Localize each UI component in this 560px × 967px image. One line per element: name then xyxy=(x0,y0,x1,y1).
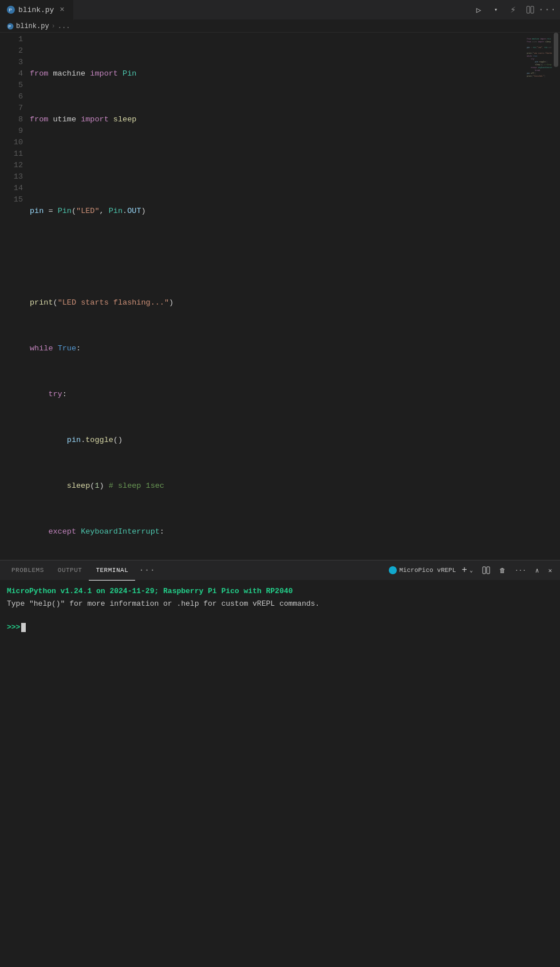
maximize-icon: ∧ xyxy=(535,567,539,574)
terminal-cursor xyxy=(21,623,26,632)
split-terminal-button[interactable] xyxy=(479,565,494,575)
terminal-help-text: Type "help()" for more information or .h… xyxy=(7,598,553,610)
terminal-spacer xyxy=(7,610,553,617)
line-num-3: 3 xyxy=(9,57,23,68)
code-line-1: from machine import Pin xyxy=(30,68,526,80)
line-numbers: 1 2 3 4 5 6 7 8 9 10 11 12 13 14 15 xyxy=(0,33,27,571)
maximize-panel-button[interactable]: ∧ xyxy=(532,566,543,575)
dropdown-arrow: ⌄ xyxy=(470,567,473,574)
svg-rect-7 xyxy=(487,567,490,574)
var-pin-2: pin xyxy=(67,435,81,446)
svg-rect-6 xyxy=(483,567,486,574)
split-editor-button[interactable] xyxy=(522,2,538,18)
more-actions-button[interactable]: ··· xyxy=(539,2,555,18)
tab-problems[interactable]: PROBLEMS xyxy=(5,561,51,581)
code-line-6: print("LED starts flashing...") xyxy=(30,297,526,309)
code-line-9: pin.toggle() xyxy=(30,435,526,446)
add-icon: + xyxy=(462,565,467,575)
breadcrumb: P blink.py › ... xyxy=(0,20,560,33)
panel-actions: MicroPico vREPL + ⌄ 🗑 ··· xyxy=(389,564,555,577)
code-line-5 xyxy=(30,251,526,263)
fn-sleep: sleep xyxy=(113,114,137,125)
num-1: 1 xyxy=(94,480,99,492)
fn-sleep-2: sleep xyxy=(67,480,90,492)
line-num-15: 15 xyxy=(9,194,23,206)
str-led: "LED" xyxy=(76,206,100,217)
editor-area: 1 2 3 4 5 6 7 8 9 10 11 12 13 14 15 from… xyxy=(0,33,560,571)
svg-rect-3 xyxy=(531,6,534,13)
class-keyboardinterrupt: KeyboardInterrupt xyxy=(81,526,160,538)
module-utime: utime xyxy=(53,114,77,125)
keyword-import-2: import xyxy=(81,114,109,125)
line-num-8: 8 xyxy=(9,114,23,125)
line-num-4: 4 xyxy=(9,68,23,80)
python-file-icon: P xyxy=(7,6,15,14)
line-num-11: 11 xyxy=(9,148,23,160)
line-num-14: 14 xyxy=(9,183,23,194)
code-line-4: pin = Pin("LED", Pin.OUT) xyxy=(30,206,526,217)
code-editor[interactable]: from machine import Pin from utime impor… xyxy=(27,33,526,571)
tab-bar-actions: ▷ ▾ ⚡ ··· xyxy=(471,2,560,18)
fn-print-1: print xyxy=(30,297,53,309)
terminal-prompt-line: >>> xyxy=(7,622,553,633)
line-num-2: 2 xyxy=(9,45,23,57)
class-pin-2: Pin xyxy=(58,206,72,217)
var-pin: pin xyxy=(30,206,44,217)
tab-close-button[interactable]: × xyxy=(57,5,66,14)
problems-label: PROBLEMS xyxy=(11,567,44,574)
tab-bar: P blink.py × ▷ ▾ ⚡ ··· xyxy=(0,0,560,20)
run-button[interactable]: ▷ xyxy=(471,2,487,18)
panel-tab-bar: PROBLEMS OUTPUT TERMINAL ··· MicroPico v… xyxy=(0,561,560,581)
prompt-text: >>> xyxy=(7,622,20,633)
class-pin-3: Pin xyxy=(109,206,123,217)
class-pin: Pin xyxy=(123,68,136,80)
split-terminal-icon xyxy=(482,566,490,574)
keyword-while: while xyxy=(30,343,53,354)
fn-toggle: toggle xyxy=(85,435,113,446)
tab-output[interactable]: OUTPUT xyxy=(51,561,89,581)
keyword-true: True xyxy=(58,343,76,354)
bottom-panel: PROBLEMS OUTPUT TERMINAL ··· MicroPico v… xyxy=(0,560,560,967)
terminal-content[interactable]: MicroPython v1.24.1 on 2024-11-29; Raspb… xyxy=(0,581,560,967)
close-panel-button[interactable]: ✕ xyxy=(545,566,555,575)
code-line-10: sleep(1) # sleep 1sec xyxy=(30,480,526,492)
terminal-more-button[interactable]: ··· xyxy=(511,566,530,575)
svg-text:P: P xyxy=(9,7,12,13)
line-num-7: 7 xyxy=(9,102,23,114)
keyword-from-2: from xyxy=(30,114,48,125)
terminal-label: TERMINAL xyxy=(96,567,128,574)
keyword-import-1: import xyxy=(90,68,118,80)
code-line-7: while True: xyxy=(30,343,526,354)
breadcrumb-filename[interactable]: blink.py xyxy=(16,22,49,30)
debug-button[interactable]: ⚡ xyxy=(505,2,521,18)
breadcrumb-separator: › xyxy=(52,22,56,30)
editor-scrollbar[interactable] xyxy=(552,33,560,571)
micropico-label: MicroPico vREPL xyxy=(399,567,456,574)
keyword-from-1: from xyxy=(30,68,48,80)
tab-blink-py[interactable]: P blink.py × xyxy=(0,0,74,20)
keyword-try: try xyxy=(48,389,62,400)
trash-icon: 🗑 xyxy=(499,567,506,574)
line-num-13: 13 xyxy=(9,171,23,183)
str-led-flashing: "LED starts flashing..." xyxy=(58,297,169,309)
module-machine: machine xyxy=(53,68,86,80)
keyword-except: except xyxy=(48,526,76,538)
scrollbar-thumb[interactable] xyxy=(554,33,558,67)
output-label: OUTPUT xyxy=(58,567,82,574)
add-terminal-button[interactable]: + ⌄ xyxy=(458,564,476,577)
breadcrumb-dots: ... xyxy=(58,22,70,30)
panel-more-button[interactable]: ··· xyxy=(135,565,159,575)
line-num-12: 12 xyxy=(9,160,23,171)
split-icon xyxy=(526,6,534,14)
run-dropdown-button[interactable]: ▾ xyxy=(488,2,504,18)
tab-terminal[interactable]: TERMINAL xyxy=(89,561,135,581)
tab-label: blink.py xyxy=(18,6,54,14)
code-line-3 xyxy=(30,160,526,171)
kill-terminal-button[interactable]: 🗑 xyxy=(496,566,509,575)
line-num-6: 6 xyxy=(9,91,23,102)
svg-text:P: P xyxy=(9,25,11,29)
close-icon: ✕ xyxy=(548,567,552,574)
line-num-1: 1 xyxy=(9,34,23,45)
micropython-banner: MicroPython v1.24.1 on 2024-11-29; Raspb… xyxy=(7,585,553,598)
micropico-indicator: MicroPico vREPL xyxy=(389,566,456,574)
